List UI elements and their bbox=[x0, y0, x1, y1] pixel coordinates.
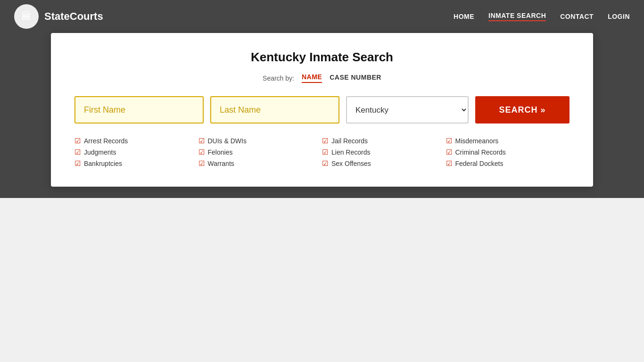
logo-icon: 🏛 bbox=[14, 4, 39, 29]
feature-label-jail: Jail Records bbox=[331, 137, 368, 145]
search-by-label: Search by: bbox=[263, 74, 294, 82]
state-select[interactable]: Kentucky Alabama Alaska Arizona Arkansas… bbox=[346, 96, 469, 123]
navigation: 🏛 StateCourts HOME INMATE SEARCH CONTACT… bbox=[0, 0, 644, 33]
check-icon-felonies: ☑ bbox=[198, 148, 205, 156]
check-icon-duis: ☑ bbox=[198, 137, 205, 145]
search-card: Kentucky Inmate Search Search by: NAME C… bbox=[51, 33, 593, 187]
feature-bankruptcies: ☑ Bankruptcies bbox=[74, 159, 198, 168]
check-icon-misdemeanors: ☑ bbox=[446, 137, 452, 145]
feature-arrest-records: ☑ Arrest Records bbox=[74, 137, 198, 145]
last-name-input[interactable] bbox=[210, 96, 339, 123]
hero-section: COURTHOUSE 🏛 StateCourts HOME INMATE SEA… bbox=[0, 0, 644, 198]
site-logo[interactable]: 🏛 StateCourts bbox=[14, 4, 103, 29]
nav-login[interactable]: LOGIN bbox=[608, 13, 630, 20]
feature-label-lien: Lien Records bbox=[331, 148, 371, 156]
feature-criminal-records: ☑ Criminal Records bbox=[446, 148, 570, 156]
check-icon-arrest: ☑ bbox=[74, 137, 81, 145]
search-button[interactable]: SEARCH » bbox=[475, 96, 570, 123]
feature-label-judgments: Judgments bbox=[84, 148, 116, 156]
feature-misdemeanors: ☑ Misdemeanors bbox=[446, 137, 570, 145]
feature-label-sex-offenses: Sex Offenses bbox=[331, 160, 371, 167]
feature-judgments: ☑ Judgments bbox=[74, 148, 198, 156]
feature-label-arrest: Arrest Records bbox=[84, 137, 128, 145]
feature-felonies: ☑ Felonies bbox=[198, 148, 322, 156]
check-icon-sex-offenses: ☑ bbox=[322, 159, 328, 168]
nav-contact[interactable]: CONTACT bbox=[560, 13, 594, 20]
feature-federal-dockets: ☑ Federal Dockets bbox=[446, 159, 570, 168]
tab-case-number[interactable]: CASE NUMBER bbox=[330, 74, 381, 82]
search-by-row: Search by: NAME CASE NUMBER bbox=[74, 73, 570, 83]
check-icon-lien: ☑ bbox=[322, 148, 328, 156]
check-icon-jail: ☑ bbox=[322, 137, 328, 145]
feature-label-federal: Federal Dockets bbox=[455, 160, 504, 167]
feature-label-duis: DUIs & DWIs bbox=[208, 137, 247, 145]
feature-sex-offenses: ☑ Sex Offenses bbox=[322, 159, 446, 168]
check-icon-bankruptcies: ☑ bbox=[74, 159, 81, 168]
check-icon-federal: ☑ bbox=[446, 159, 452, 168]
search-inputs-row: Kentucky Alabama Alaska Arizona Arkansas… bbox=[74, 96, 570, 123]
feature-label-bankruptcies: Bankruptcies bbox=[84, 160, 122, 167]
feature-warrants: ☑ Warrants bbox=[198, 159, 322, 168]
check-icon-criminal: ☑ bbox=[446, 148, 452, 156]
nav-links: HOME INMATE SEARCH CONTACT LOGIN bbox=[454, 12, 630, 21]
feature-label-criminal: Criminal Records bbox=[455, 148, 506, 156]
nav-inmate-search[interactable]: INMATE SEARCH bbox=[488, 12, 546, 21]
check-icon-judgments: ☑ bbox=[74, 148, 81, 156]
feature-jail-records: ☑ Jail Records bbox=[322, 137, 446, 145]
feature-lien-records: ☑ Lien Records bbox=[322, 148, 446, 156]
first-name-input[interactable] bbox=[74, 96, 204, 123]
tab-name[interactable]: NAME bbox=[302, 73, 322, 83]
feature-label-felonies: Felonies bbox=[208, 148, 233, 156]
nav-home[interactable]: HOME bbox=[454, 13, 474, 20]
features-grid: ☑ Arrest Records ☑ DUIs & DWIs ☑ Jail Re… bbox=[74, 137, 570, 168]
logo-text: StateCourts bbox=[44, 10, 103, 23]
search-card-title: Kentucky Inmate Search bbox=[74, 50, 570, 65]
feature-label-warrants: Warrants bbox=[208, 160, 234, 167]
feature-label-misdemeanors: Misdemeanors bbox=[455, 137, 499, 145]
feature-duis: ☑ DUIs & DWIs bbox=[198, 137, 322, 145]
check-icon-warrants: ☑ bbox=[198, 159, 205, 168]
